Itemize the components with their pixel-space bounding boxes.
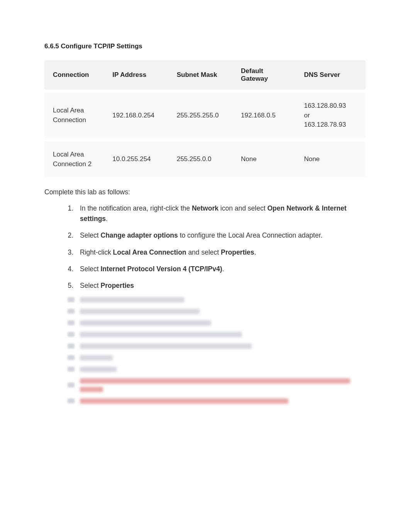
step-text: .: [222, 265, 224, 273]
step-item: In the notification area, right-click th…: [75, 203, 366, 224]
blurred-step-row: [68, 378, 366, 392]
cell-dns: None: [295, 141, 366, 177]
cell-subnet: 255.255.0.0: [168, 141, 232, 177]
table-row: Local Area Connection 192.168.0.254 255.…: [44, 93, 366, 138]
blurred-step-number: [68, 332, 75, 337]
col-header-ip: IP Address: [104, 60, 168, 90]
col-header-dns: DNS Server: [295, 60, 366, 90]
blurred-step-number: [68, 382, 75, 388]
step-text-bold: Change adapter options: [101, 231, 178, 239]
blurred-step-row: [68, 398, 366, 404]
blurred-step-text: [80, 355, 113, 360]
cell-ip: 192.168.0.254: [104, 93, 168, 138]
blurred-step-text: [80, 398, 288, 404]
blurred-step-row: [68, 343, 366, 349]
step-text: Select: [80, 231, 101, 239]
step-text-bold: Network: [192, 204, 219, 212]
blurred-step-row: [68, 297, 366, 303]
blurred-step-number: [68, 343, 75, 348]
blurred-steps-region: [44, 297, 366, 404]
step-item: Select Change adapter options to configu…: [75, 230, 366, 241]
blurred-step-text: [80, 387, 103, 392]
cell-connection: Local Area Connection 2: [44, 141, 104, 177]
col-header-connection: Connection: [44, 60, 104, 90]
step-text: Select: [80, 282, 101, 289]
blurred-step-number: [68, 320, 75, 325]
step-item: Select Properties: [75, 280, 366, 291]
table-header-row: Connection IP Address Subnet Mask Defaul…: [44, 60, 366, 90]
step-text-bold: Local Area Connection: [113, 248, 186, 256]
step-text: and select: [186, 248, 221, 256]
table-row: Local Area Connection 2 10.0.255.254 255…: [44, 141, 366, 177]
page-title: 6.6.5 Configure TCP/IP Settings: [44, 42, 366, 50]
blurred-step-row: [68, 320, 366, 326]
step-text: Right-click: [80, 248, 113, 256]
cell-connection: Local Area Connection: [44, 93, 104, 138]
step-item: Select Internet Protocol Version 4 (TCP/…: [75, 264, 366, 274]
cell-gateway: 192.168.0.5: [232, 93, 295, 138]
settings-table: Connection IP Address Subnet Mask Defaul…: [44, 57, 366, 180]
step-text: .: [254, 248, 256, 256]
blurred-step-text: [80, 378, 350, 384]
blurred-step-text: [80, 343, 252, 349]
step-text: to configure the Local Area Connection a…: [178, 231, 323, 239]
blurred-step-text: [80, 332, 242, 337]
col-header-gateway: Default Gateway: [232, 60, 295, 90]
cell-gateway: None: [232, 141, 295, 177]
blurred-step-number: [68, 297, 75, 302]
blurred-step-text: [80, 297, 184, 303]
blurred-step-number: [68, 367, 75, 372]
blurred-step-text: [80, 309, 200, 314]
steps-list: In the notification area, right-click th…: [44, 203, 366, 291]
step-text: Select: [80, 265, 101, 273]
step-text-bold: Properties: [221, 248, 254, 256]
blurred-step-row: [68, 355, 366, 360]
step-item: Right-click Local Area Connection and se…: [75, 247, 366, 258]
step-text-bold: Properties: [101, 282, 134, 289]
blurred-step-number: [68, 355, 75, 360]
cell-subnet: 255.255.255.0: [168, 93, 232, 138]
blurred-step-text: [80, 367, 117, 372]
cell-dns: 163.128.80.93 or 163.128.78.93: [295, 93, 366, 138]
step-text: icon and select: [219, 204, 267, 212]
intro-text: Complete this lab as follows:: [44, 188, 366, 196]
blurred-step-row: [68, 367, 366, 372]
cell-ip: 10.0.255.254: [104, 141, 168, 177]
col-header-subnet: Subnet Mask: [168, 60, 232, 90]
blurred-step-number: [68, 398, 75, 403]
blurred-step-text: [80, 320, 211, 326]
step-text-bold: Internet Protocol Version 4 (TCP/IPv4): [101, 265, 222, 273]
blurred-step-row: [68, 332, 366, 337]
blurred-step-number: [68, 309, 75, 314]
step-text: In the notification area, right-click th…: [80, 204, 192, 212]
step-text: .: [106, 215, 108, 223]
blurred-step-row: [68, 309, 366, 314]
